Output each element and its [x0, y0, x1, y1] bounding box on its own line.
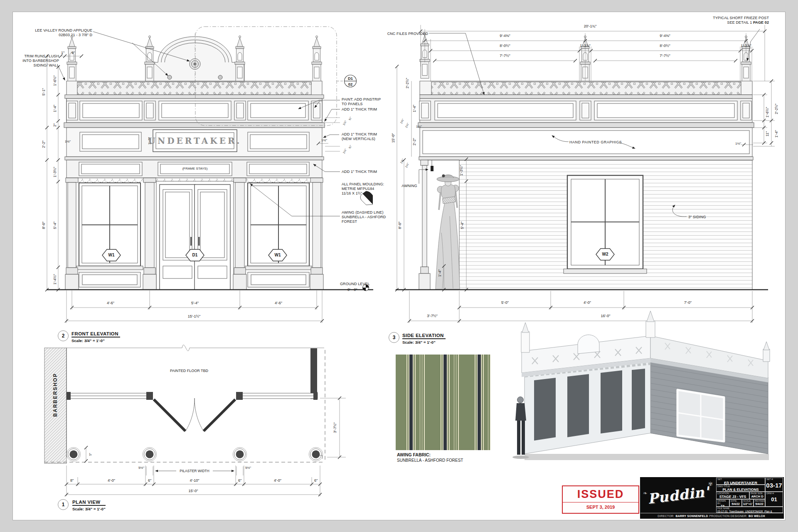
- side-elevation-label: SIDE ELEVATION Scale: 3/4" = 1'-0": [402, 333, 446, 345]
- tb-pagesize-cell: PAGE SIZE: ARCH D: [749, 492, 765, 499]
- tag-w1-left: W1: [108, 253, 115, 258]
- dim: 1'-4": [53, 105, 57, 112]
- note-lee-valley: LEE VALLEY ROUND APPLIQUE02B03.21 - 3 7/…: [35, 28, 92, 37]
- dim: 5'-0": [501, 300, 509, 305]
- side-elevation-number: 3: [389, 332, 399, 343]
- plan-view-label: PLAN VIEW Scale: 3/4" = 1'-0": [72, 500, 106, 511]
- production-logo: ❧ Puddin' ✾: [640, 478, 716, 513]
- dim: 4'-6": [275, 301, 282, 305]
- dim: 4'-10": [190, 478, 200, 483]
- dim: 1½": [65, 140, 71, 144]
- dim: 1½": [321, 138, 327, 143]
- dim: 3'-7½": [427, 314, 437, 318]
- note-panel-moulding: ALL PANEL MOULDING:METRIE MFPU18411/16 X…: [342, 182, 384, 195]
- dim: 1'-4": [412, 105, 417, 112]
- tb-date-cell: DATE: 5/4/22: [729, 499, 742, 507]
- dim: 6": [314, 478, 318, 483]
- dim: 5": [89, 453, 92, 456]
- dim: 2'-2½": [405, 78, 410, 88]
- dim: 9'-4⅜": [660, 34, 670, 38]
- barbershop-wall-label: BARBERSHOP: [52, 373, 58, 416]
- tb-credits: DIRECTOR:BARRY SONNENFELD PRODUCTION DES…: [640, 513, 783, 519]
- dim: 2": [53, 123, 57, 127]
- tb-dwg-cell: DWG TITLE: PLAN & ELEVATIONS: [716, 485, 765, 492]
- dim: 2'-2½": [774, 103, 779, 114]
- painted-floor-note: PAINTED FLOOR TBD: [170, 369, 208, 373]
- dim: 8'-0": [42, 222, 46, 229]
- tag-w1-right: W1: [275, 253, 281, 258]
- dim: 8'-0": [398, 222, 402, 229]
- detail-bubble-top: D1: [348, 76, 353, 81]
- note-typical-frieze-post: TYPICAL SHORT FRIEZE POST SEE DETAIL 1 P…: [713, 16, 769, 25]
- note-hand-painted: HAND PAINTED GRAPHICS: [569, 140, 622, 145]
- dim: 20'-1¾": [584, 24, 596, 29]
- note-add-trim-2: ADD 1" THICK TRIM(NEW VERTICALS): [342, 132, 377, 141]
- dim: 1'-3⅞": [741, 44, 751, 48]
- dim: 5'-4": [460, 222, 465, 229]
- dim: 5½": [245, 466, 251, 470]
- dim: 8": [70, 478, 74, 483]
- dim: 7'-7½": [500, 54, 510, 58]
- dim: 5'-4": [53, 222, 57, 229]
- note-add-trim-1: ADD 1" THICK TRIM: [342, 107, 377, 112]
- dim: 1'-3½": [459, 165, 464, 175]
- tb-drwno-cell: DRW #: 01: [765, 492, 783, 507]
- dim: 1'-4": [774, 130, 779, 138]
- dim: 6": [238, 478, 241, 483]
- bird-icon: ✾: [708, 481, 713, 487]
- render-3d-illustration: [512, 311, 770, 460]
- plan-view-drawing: [44, 345, 325, 463]
- note-cnc-files: CNC FILES PROVIDED: [387, 32, 428, 36]
- dim: 1'-6½": [765, 107, 770, 117]
- dim: 6": [148, 478, 151, 483]
- issued-text: ISSUED: [563, 486, 638, 502]
- dim: 15'-1½": [188, 314, 200, 319]
- issued-date: SEPT 3, 2019: [563, 502, 638, 511]
- dim: 1": [61, 51, 64, 55]
- fabric-caption-label: AWING FABRIC:: [397, 452, 431, 458]
- undertaker-sign: UNDERTAKER.: [148, 136, 241, 146]
- tb-revised-cell: REVISED: 5/4/22: [754, 499, 765, 507]
- dim: 8'-0½": [500, 44, 510, 48]
- pilaster-width-label: PILASTER WIDTH: [180, 469, 209, 473]
- dim: 7'-0": [684, 300, 692, 305]
- note-trim-flush: TRIM RUNS FLUSHINTO BARBERSHOPSIDING/ WA…: [22, 54, 59, 67]
- dim: 1½": [735, 142, 741, 146]
- tb-set-cell: SET: E/I UNDERTAKER: [716, 478, 765, 485]
- plan-view-number: 1: [58, 499, 69, 510]
- dim: 1'-4": [438, 269, 442, 277]
- dim: 3'-7½": [333, 422, 337, 433]
- dim: 5'-4": [191, 301, 199, 305]
- note-paint-pinstripe: PAINT: ADD PINSTRIPTO PANELS: [342, 97, 381, 106]
- detail-bubble-bottom: 02: [348, 82, 353, 86]
- note-add-trim-3: ADD 1" THICK TRIM: [342, 170, 377, 174]
- issued-stamp: ISSUED SEPT 3, 2019: [562, 485, 639, 514]
- dim: 8'-0½": [660, 44, 670, 48]
- tb-scale-cell: SCALE: 1/2"=1': [742, 499, 754, 507]
- note-ground-level: GROUND LEVEL: [340, 282, 370, 286]
- dim: 4'-6": [107, 301, 114, 305]
- dim: 1'-3½": [53, 167, 57, 177]
- dim: 4'-0": [274, 478, 281, 483]
- dim: 7'-7½": [660, 54, 670, 58]
- title-block: ❧ Puddin' ✾ SET: E/I UNDERTAKER SET #: 0…: [640, 477, 784, 519]
- fabric-caption-value: SUNBRELLA - ASHFORD FOREST: [397, 458, 463, 463]
- dim: 2'-2": [42, 140, 46, 148]
- dim: 5'-1": [42, 88, 46, 96]
- drawing-sheet-page: LEE VALLEY ROUND APPLIQUE02B03.21 - 3 7/…: [0, 0, 798, 532]
- tag-w2: W2: [602, 252, 608, 257]
- dim: 1½": [416, 125, 422, 129]
- note-awning: AWNING: [401, 184, 417, 188]
- note-3in-siding: 3" SIDING: [688, 215, 706, 219]
- dim: 1'-6½": [53, 75, 57, 86]
- note-awning-fabric: AWING (DASHED LINE)SUNBRELLA - ASHFORDFO…: [342, 210, 386, 224]
- dim: 9'-4⅜": [500, 34, 510, 38]
- tb-filename-cell: FILE NAME: 03-17.01_TownSquare_UNDERTAKE…: [716, 507, 783, 513]
- side-elevation-drawing: [396, 33, 768, 290]
- dim: 16'-0": [601, 314, 611, 318]
- note-ground-level-elev: 0' - 0": [347, 288, 357, 292]
- plan-dim-ticks: [65, 397, 341, 496]
- dim: 11": [765, 131, 770, 137]
- dim: 1'-4½": [53, 274, 57, 284]
- dim: 15'-0": [189, 489, 198, 493]
